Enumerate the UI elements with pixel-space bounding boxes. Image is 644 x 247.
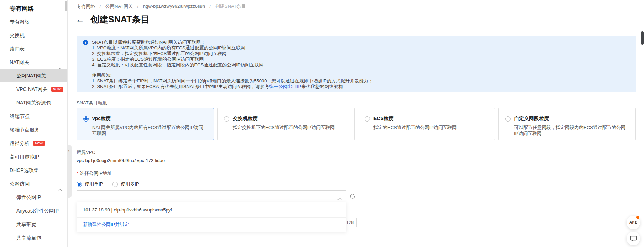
radio-single-ip[interactable]: 使用单IP (77, 181, 103, 187)
sidebar-group-nat-gateway[interactable]: NAT网关 (0, 55, 67, 69)
sidebar-item-endpoints[interactable]: 终端节点 (0, 109, 67, 123)
unified-egress-ip-link[interactable]: 统一公网出口IP (269, 84, 301, 89)
ip-mode-radio-group: 使用单IP 使用多IP (77, 181, 139, 187)
radio-multi-ip[interactable]: 使用多IP (112, 181, 139, 187)
notice-line: 3. ECS粒度：指定的ECS通过配置的公网IP访问互联网 (92, 57, 373, 62)
notification-dot (636, 216, 639, 219)
create-snat-entry-page: 专有网络 专有网络 交换机 路由表 NAT网关 公网NAT网关 VPC NAT网… (0, 0, 644, 247)
granularity-option-switch[interactable]: 交换机粒度 指定交换机下的ECS通过配置的公网IP访问互联网 (217, 108, 355, 140)
sidebar-item-ha-vip[interactable]: 高可用虚拟IP (0, 150, 67, 163)
sidebar-item-switches[interactable]: 交换机 (0, 28, 67, 42)
api-button[interactable]: API (627, 216, 640, 229)
page-title: 创建SNAT条目 (90, 14, 150, 25)
sidebar-nav: 专有网络 交换机 路由表 NAT网关 公网NAT网关 VPC NAT网关 NEW… (0, 15, 67, 245)
info-icon (83, 40, 88, 45)
buy-new-eip-link[interactable]: 新购弹性公网IP并绑定 (83, 222, 129, 227)
eip-dropdown: 101.37.18.99 | eip-bp1vvbh6swnplsxon5pyf… (77, 202, 346, 232)
granularity-option-ecs[interactable]: ECS粒度 指定的ECS通过配置的公网IP访问互联网 (358, 108, 495, 140)
granularity-section-label: SNAT条目粒度 (77, 100, 107, 106)
granularity-option-vpc[interactable]: vpc粒度 NAT网关所属VPC内的所有ECS通过配置的公网IP访问互联网 (77, 108, 214, 140)
public-ip-field-label: *选择公网IP地址 (77, 170, 112, 177)
radio-checked-icon (77, 182, 82, 187)
refresh-icon (349, 193, 356, 199)
usage-note-line: 1. SNAT条目绑定单个EIP时，NAT网关访问同一个目的ip和端口的最大连接… (92, 78, 373, 84)
notice-line: 2. 交换机粒度：指定交换机下的ECS通过配置的公网IP访问互联网 (92, 51, 373, 57)
usage-notes-title: 使用须知: (92, 73, 373, 78)
eip-select[interactable] (77, 190, 346, 202)
granularity-options: vpc粒度 NAT网关所属VPC内的所有ECS通过配置的公网IP访问互联网 交换… (77, 108, 636, 140)
info-banner: SNAT条目以四种粒度帮助您通过NAT网关访问互联网： 1. VPC粒度：NAT… (77, 36, 636, 92)
eip-option[interactable]: 101.37.18.99 | eip-bp1vvbh6swnplsxon5pyf (77, 202, 346, 218)
sidebar-item-internet-nat-gateway[interactable]: 公网NAT网关 (0, 69, 67, 82)
api-icon: API (629, 220, 637, 225)
feedback-chat-button[interactable] (627, 232, 640, 245)
sidebar-group-internet-access[interactable]: 公网访问 (0, 177, 67, 190)
granularity-option-custom-cidr[interactable]: 自定义网段粒度 可以配置任意网段，指定网段内的ECS通过配置的公网IP访问互联网 (498, 108, 636, 140)
notice-line: 4. 自定义粒度：可以配置任意网段，指定网段内的ECS通过配置的公网IP访问互联… (92, 62, 373, 68)
new-badge: NEW! (51, 87, 63, 92)
required-mark: * (77, 171, 78, 176)
breadcrumb-item-current: 创建SNAT条目 (215, 4, 246, 9)
notice-line: 1. VPC粒度：NAT网关所属VPC内的所有ECS通过配置的公网IP访问互联网 (92, 45, 373, 51)
refresh-button[interactable] (349, 193, 356, 200)
sidebar-item-anycast-eip[interactable]: Anycast弹性公网IP (0, 204, 67, 218)
notice-intro: SNAT条目以四种粒度帮助您通过NAT网关访问互联网： (92, 39, 373, 45)
info-banner-body: SNAT条目以四种粒度帮助您通过NAT网关访问互联网： 1. VPC粒度：NAT… (92, 39, 373, 89)
sidebar-item-route-tables[interactable]: 路由表 (0, 42, 67, 55)
sidebar-item-nat-gateway-resource-plan[interactable]: NAT网关资源包 (0, 96, 67, 109)
new-badge: NEW! (33, 141, 45, 146)
page-scrollbar-thumb[interactable] (641, 31, 644, 45)
radio-unchecked-icon (224, 116, 229, 122)
sidebar: 专有网络 专有网络 交换机 路由表 NAT网关 公网NAT网关 VPC NAT网… (0, 0, 68, 247)
breadcrumb-item-nat-gateway[interactable]: 公网NAT网关 (105, 4, 133, 9)
radio-unchecked-icon (505, 116, 511, 122)
back-button[interactable]: ← (75, 14, 84, 25)
sidebar-collapse-handle[interactable]: ‹ (68, 145, 72, 198)
chat-icon (630, 236, 637, 242)
breadcrumb: 专有网络 / 公网NAT网关 / ngw-bp1wzwy992luiwpzz6s… (77, 3, 246, 10)
radio-checked-icon (83, 116, 89, 122)
usage-note-line: 2. SNAT条目配置后，如果ECS没有优先使用SNAT条目中的IP主动访问互联… (92, 84, 373, 90)
sidebar-item-endpoint-services[interactable]: 终端节点服务 (0, 123, 67, 136)
vpc-field-value: vpc-bp1jo0sojp2mimf0b9fua/ vpc-172-lidao (77, 158, 165, 163)
sidebar-item-eip[interactable]: 弹性公网IP (0, 190, 67, 204)
breadcrumb-item-vpc[interactable]: 专有网络 (77, 4, 95, 9)
sidebar-item-vpc-nat-gateway[interactable]: VPC NAT网关 NEW! (0, 82, 67, 96)
sidebar-item-path-analysis[interactable]: 路径分析 NEW! (0, 136, 67, 150)
page-header: ← 创建SNAT条目 (75, 14, 150, 25)
new-eip-row: 新购弹性公网IP并绑定 (77, 218, 346, 232)
radio-unchecked-icon (365, 116, 370, 122)
sidebar-item-vpc-network[interactable]: 专有网络 (0, 15, 67, 28)
sidebar-item-shared-bandwidth[interactable]: 共享带宽 (0, 218, 67, 231)
sidebar-title: 专有网络 (0, 0, 67, 15)
breadcrumb-item-gateway-id[interactable]: ngw-bp1wzwy992luiwpzz6s8h (143, 4, 205, 9)
chevron-up-icon (337, 195, 342, 202)
sidebar-item-shared-data-transfer-plan[interactable]: 共享流量包 (0, 231, 67, 245)
radio-unchecked-icon (112, 182, 118, 187)
chevron-left-icon: ‹ (68, 148, 69, 153)
sidebar-scrollbar-thumb[interactable] (65, 1, 67, 11)
vpc-field-label: 所属VPC (77, 149, 95, 156)
sidebar-item-dhcp-options-sets[interactable]: DHCP选项集 (0, 163, 67, 177)
